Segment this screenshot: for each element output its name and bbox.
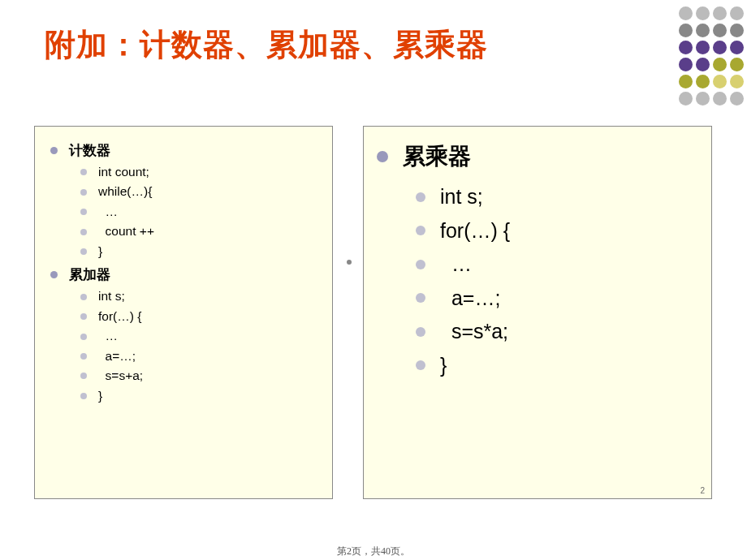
sub-bullet-icon xyxy=(416,226,425,235)
bullet-icon xyxy=(50,147,58,154)
code-line: for(…) { xyxy=(416,216,700,247)
left-content-panel: 计数器 int count; while(…){ … count ++ } 累加… xyxy=(34,126,333,499)
code-text: count ++ xyxy=(98,222,154,240)
page-footer: 第2页，共40页。 xyxy=(0,545,747,558)
code-line: count ++ xyxy=(80,222,321,240)
code-line: s=s*a; xyxy=(416,317,700,347)
code-text: int count; xyxy=(98,163,149,181)
section-title: 累加器 xyxy=(69,265,110,284)
code-line: } xyxy=(416,351,700,381)
code-line: a=…; xyxy=(416,283,700,314)
code-line: a=…; xyxy=(80,347,321,365)
bullet-icon xyxy=(377,151,388,162)
sub-bullet-icon xyxy=(80,248,87,255)
code-line: … xyxy=(80,327,321,345)
sub-bullet-icon xyxy=(80,294,87,300)
code-text: a=…; xyxy=(98,347,136,365)
code-text: } xyxy=(440,351,447,381)
section-heading-counter: 计数器 xyxy=(46,141,321,160)
section-title: 累乘器 xyxy=(403,141,471,172)
code-text: for(…) { xyxy=(98,308,141,325)
sub-bullet-icon xyxy=(80,353,87,360)
section-heading-accumulator: 累加器 xyxy=(46,265,321,284)
slide-title: 附加：计数器、累加器、累乘器 xyxy=(45,24,488,66)
code-text: s=s*a; xyxy=(440,317,508,347)
code-line: … xyxy=(80,203,321,221)
sub-bullet-icon xyxy=(80,209,87,215)
sub-bullet-icon xyxy=(416,192,425,202)
code-text: for(…) { xyxy=(440,216,510,247)
section-heading-multiplier: 累乘器 xyxy=(375,141,700,172)
code-text: a=…; xyxy=(440,283,500,314)
code-line: int s; xyxy=(416,182,700,213)
sub-bullet-icon xyxy=(80,393,87,399)
section-title: 计数器 xyxy=(69,141,110,160)
sub-bullet-icon xyxy=(80,373,87,379)
right-content-panel: 累乘器 int s; for(…) { … a=…; s=s*a; } 2 xyxy=(363,126,712,499)
code-line: s=s+a; xyxy=(80,367,321,385)
sub-bullet-icon xyxy=(416,327,425,337)
code-text: … xyxy=(98,203,118,221)
code-text: … xyxy=(440,249,472,280)
sub-bullet-icon xyxy=(416,293,425,303)
code-line: for(…) { xyxy=(80,308,321,325)
sub-bullet-icon xyxy=(80,334,87,340)
code-text: int s; xyxy=(98,287,125,305)
code-text: s=s+a; xyxy=(98,367,143,385)
code-text: } xyxy=(98,387,102,405)
code-text: … xyxy=(98,327,118,345)
code-line: int s; xyxy=(80,287,321,305)
decorative-center-dot xyxy=(347,260,352,265)
bullet-icon xyxy=(50,271,58,278)
code-line: } xyxy=(80,387,321,405)
sub-bullet-icon xyxy=(416,260,425,269)
code-text: } xyxy=(98,243,102,261)
code-line: int count; xyxy=(80,163,321,181)
code-line: while(…){ xyxy=(80,183,321,200)
sub-bullet-icon xyxy=(80,229,87,235)
sub-bullet-icon xyxy=(416,360,425,370)
slide-number: 2 xyxy=(700,486,705,495)
code-line: } xyxy=(80,243,321,261)
code-line: … xyxy=(416,249,700,280)
code-text: int s; xyxy=(440,182,483,213)
sub-bullet-icon xyxy=(80,169,87,175)
decorative-dots xyxy=(674,6,747,128)
sub-bullet-icon xyxy=(80,189,87,196)
sub-bullet-icon xyxy=(80,313,87,320)
code-text: while(…){ xyxy=(98,183,152,200)
